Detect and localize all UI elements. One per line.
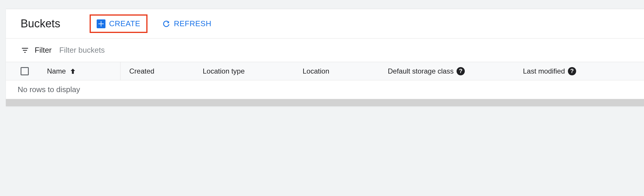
column-header-name[interactable]: Name [35, 62, 120, 80]
column-header-created[interactable]: Created [120, 67, 203, 75]
main-panel: Buckets CREATE REFRESH [6, 9, 644, 106]
refresh-button[interactable]: REFRESH [156, 16, 217, 32]
filter-row: Filter [6, 39, 644, 62]
empty-state-message: No rows to display [6, 80, 644, 99]
column-header-storage-class[interactable]: Default storage class ? [388, 67, 523, 75]
filter-input[interactable] [57, 44, 632, 57]
select-all-checkbox[interactable] [21, 67, 29, 75]
help-icon[interactable]: ? [457, 67, 465, 75]
column-storage-label: Default storage class [388, 67, 454, 75]
filter-label: Filter [35, 46, 52, 55]
refresh-button-label: REFRESH [174, 19, 212, 28]
column-header-last-modified[interactable]: Last modified ? [523, 67, 644, 75]
column-created-label: Created [129, 67, 154, 75]
column-header-location[interactable]: Location [303, 67, 388, 75]
column-location-type-label: Location type [203, 67, 245, 75]
create-button[interactable]: CREATE [90, 14, 147, 33]
arrow-up-icon [69, 67, 77, 75]
column-location-label: Location [303, 67, 329, 75]
header-row: Buckets CREATE REFRESH [6, 9, 644, 39]
horizontal-scrollbar[interactable] [6, 99, 644, 106]
filter-icon [21, 46, 29, 55]
column-modified-label: Last modified [523, 67, 565, 75]
column-header-location-type[interactable]: Location type [203, 67, 303, 75]
help-icon[interactable]: ? [568, 67, 576, 75]
plus-icon [97, 19, 105, 28]
column-name-label: Name [47, 67, 66, 75]
table-header: Name Created Location type Location Defa… [6, 62, 644, 80]
page-wrapper: Buckets CREATE REFRESH [0, 0, 644, 196]
column-checkbox [6, 67, 35, 75]
refresh-icon [162, 20, 170, 28]
create-button-label: CREATE [109, 19, 140, 28]
page-title: Buckets [21, 17, 60, 30]
